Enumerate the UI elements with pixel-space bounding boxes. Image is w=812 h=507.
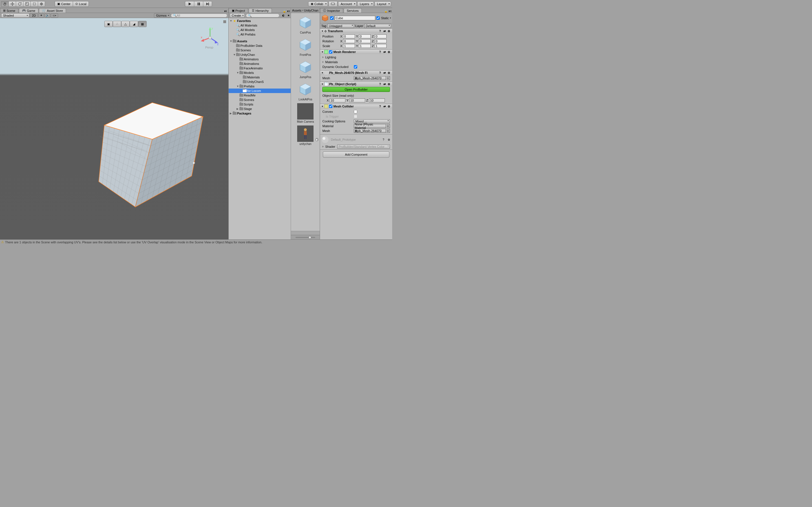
step-button[interactable]	[203, 1, 212, 7]
tree-scenes2[interactable]: Scenes	[229, 98, 291, 102]
rect-tool[interactable]	[31, 1, 38, 7]
help-icon[interactable]: ?	[382, 137, 386, 142]
breadcrumb-unitychan[interactable]: UnityChan	[304, 9, 318, 12]
gear-icon[interactable]: ⚙	[387, 104, 391, 108]
tree-animations[interactable]: Animations	[229, 61, 291, 66]
create-dropdown[interactable]: Create▾	[230, 13, 245, 18]
materials-foldout[interactable]: Materials	[325, 60, 338, 64]
favorites-filter-icon[interactable]: ★	[286, 13, 290, 18]
move-tool[interactable]	[8, 1, 16, 7]
audio-toggle[interactable]: 🔊	[45, 13, 50, 18]
tree-models[interactable]: ▼Models	[229, 70, 291, 75]
pb-object-mode[interactable]: ▣	[104, 21, 113, 27]
shaded-dropdown[interactable]: Shaded▾	[1, 13, 29, 18]
tree-unitychansh[interactable]: UnityChanS	[229, 79, 291, 84]
shader-dropdown[interactable]: ProBuilder/Standard Vertex Color	[337, 145, 390, 149]
tree-all-models[interactable]: 🔍All Models	[229, 27, 291, 32]
help-icon[interactable]: ?	[378, 71, 382, 75]
tree-materials[interactable]: Materials	[229, 75, 291, 79]
preset-icon[interactable]: ⇄	[383, 29, 387, 33]
tree-amimators[interactable]: Amimators	[229, 57, 291, 61]
pb-face-mode[interactable]: ◢	[130, 21, 138, 27]
static-checkbox[interactable]	[376, 16, 380, 20]
panel-lock-icon[interactable]: 🔒	[384, 10, 388, 13]
panel-menu-icon[interactable]: ▾≡	[388, 10, 392, 13]
layer-dropdown[interactable]: Default	[364, 24, 391, 28]
preset-icon[interactable]: ⇄	[383, 104, 387, 108]
layers-button[interactable]: Layers	[357, 1, 374, 6]
pivot-center-button[interactable]: ▣Center	[55, 1, 73, 7]
pos-y-input[interactable]	[359, 35, 371, 38]
tree-readme[interactable]: ReadMe	[229, 93, 291, 98]
help-icon[interactable]: ?	[378, 82, 382, 86]
rot-x-input[interactable]	[343, 39, 355, 43]
pos-z-input[interactable]	[375, 35, 387, 38]
asset-size-slider[interactable]	[291, 235, 320, 239]
rot-z-input[interactable]	[375, 39, 387, 43]
asset-campos[interactable]: CamPos	[292, 14, 318, 34]
scene-gizmo[interactable]: y x z Persp	[200, 26, 220, 49]
preset-icon[interactable]: ⇄	[383, 50, 387, 54]
tree-scripts[interactable]: Scripts	[229, 102, 291, 107]
pause-button[interactable]	[194, 1, 203, 7]
open-probuilder-button[interactable]: Open ProBuilder	[322, 87, 390, 92]
gizmos-dropdown[interactable]: Gizmos▾	[154, 13, 170, 18]
scene-search[interactable]: 🔍All	[171, 13, 227, 17]
mesh-filter-header[interactable]: ▼Pb_Mesh-264070 (Mesh Fi ?⇄⚙	[320, 70, 392, 75]
tag-dropdown[interactable]: Untagged	[327, 24, 354, 28]
tree-stage[interactable]: ▶Stage	[229, 107, 291, 111]
panel-lock-icon[interactable]: 🔒	[282, 10, 286, 13]
tab-menu-icon[interactable]: ▾≡	[223, 10, 228, 13]
asset-maincamera[interactable]: Main Camera	[292, 103, 318, 123]
2d-toggle[interactable]: 2D	[30, 13, 38, 18]
collab-button[interactable]: ◉ Collab	[308, 1, 328, 6]
mesh-renderer-enabled[interactable]	[329, 50, 333, 54]
hand-tool[interactable]	[1, 1, 8, 7]
mesh-collider-header[interactable]: ▼Mesh Collider ?⇄⚙	[320, 104, 392, 109]
asset-unitychan[interactable]: ▶unitychan	[292, 125, 318, 146]
search-filter-icon[interactable]: ◐	[281, 13, 285, 18]
rotate-tool[interactable]	[16, 1, 23, 7]
tree-all-materials[interactable]: 🔍All Materials	[229, 23, 291, 27]
layout-button[interactable]: Layout	[374, 1, 391, 6]
mesh-field[interactable]: ▦ pb_Mesh-264070	[354, 76, 386, 80]
asset-frontpos[interactable]: FrontPos	[292, 36, 318, 56]
viewport-collapse-icon[interactable]	[223, 20, 226, 23]
gear-icon[interactable]: ⚙	[387, 82, 391, 86]
lighting-foldout[interactable]: Lighting	[325, 56, 336, 59]
cooking-dropdown[interactable]: Mixed ...	[354, 119, 390, 123]
tab-project[interactable]: ▣Project	[229, 8, 248, 13]
gear-icon[interactable]: ⚙	[387, 137, 391, 142]
cloud-button[interactable]	[329, 1, 338, 7]
scene-viewport[interactable]: ▣ ∴ △ ◢ ▦ y x z Persp	[0, 18, 228, 239]
tab-hierarchy[interactable]: ☰Hierarchy	[249, 8, 272, 13]
lighting-toggle[interactable]: ☀	[38, 13, 44, 18]
gear-icon[interactable]: ⚙	[387, 71, 391, 75]
object-name-input[interactable]	[335, 16, 375, 20]
asset-jumppos[interactable]: JumpPos	[292, 59, 318, 79]
scl-x-input[interactable]	[343, 44, 355, 48]
object-enabled-checkbox[interactable]	[330, 16, 334, 20]
tab-inspector[interactable]: ⓘInspector	[320, 8, 343, 13]
gear-icon[interactable]: ⚙	[387, 29, 391, 33]
preset-icon[interactable]: ⇄	[383, 71, 387, 75]
add-component-button[interactable]: Add Component	[323, 152, 389, 158]
col-material-field[interactable]: None (Physic Material	[354, 124, 386, 128]
scl-y-input[interactable]	[359, 44, 371, 48]
convex-checkbox[interactable]	[354, 110, 357, 113]
mesh-collider-enabled[interactable]	[329, 105, 333, 108]
gear-icon[interactable]: ⚙	[387, 50, 391, 54]
pb-texture-mode[interactable]: ▦	[138, 21, 147, 27]
tree-all-prefabs[interactable]: 🔍All Prefabs	[229, 32, 291, 37]
status-bar[interactable]: ⚠ There are 1 objects in the Scene with …	[0, 239, 392, 244]
col-material-selector[interactable]: ⊙	[387, 124, 390, 128]
pos-x-input[interactable]	[343, 35, 355, 38]
tree-probuilder-data[interactable]: ProBuilder Data	[229, 44, 291, 48]
tree-prefabs[interactable]: ▼Prefabs	[229, 84, 291, 89]
tab-scene[interactable]: ⊞Scene	[0, 8, 18, 13]
scale-tool[interactable]	[23, 1, 31, 7]
pivot-local-button[interactable]: ⊙Local	[73, 1, 89, 7]
dynamic-occluded-checkbox[interactable]	[354, 65, 357, 68]
tree-packages[interactable]: ▶Packages	[229, 111, 291, 116]
tree-unitychan[interactable]: ▼UnityChan	[229, 52, 291, 57]
